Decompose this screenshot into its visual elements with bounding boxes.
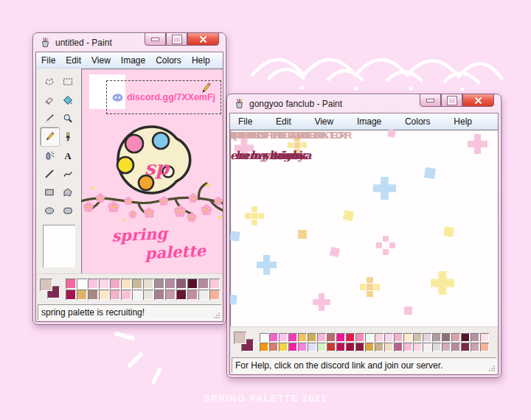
color-swatch[interactable]	[66, 279, 76, 289]
color-swatch[interactable]	[336, 343, 345, 351]
color-swatch[interactable]	[88, 279, 98, 289]
resize-grip[interactable]	[213, 312, 221, 319]
resize-grip[interactable]	[488, 365, 496, 372]
color-swatch[interactable]	[176, 279, 187, 289]
color-swatch[interactable]	[384, 333, 393, 342]
color-swatch[interactable]	[279, 333, 288, 342]
color-swatch[interactable]	[480, 343, 489, 351]
color-swatch[interactable]	[143, 290, 153, 300]
color-swatch[interactable]	[77, 290, 87, 300]
menu-item-edit[interactable]: Edit	[60, 55, 86, 66]
color-swatch[interactable]	[451, 343, 460, 351]
menu-item-image[interactable]: Image	[352, 116, 386, 127]
color-swatch[interactable]	[442, 343, 451, 351]
tool-select[interactable]	[59, 72, 77, 91]
color-swatch[interactable]	[269, 333, 278, 342]
color-swatch[interactable]	[375, 333, 384, 342]
tool-rounded-rectangle[interactable]	[59, 201, 77, 220]
color-swatch[interactable]	[365, 333, 374, 342]
color-swatch[interactable]	[403, 343, 412, 351]
color-swatch[interactable]	[432, 333, 441, 342]
tool-fill[interactable]	[59, 91, 77, 109]
menu-item-file[interactable]: File	[233, 116, 257, 127]
paint-canvas[interactable]: discord.gg/7XXemFj	[81, 69, 223, 273]
color-swatch[interactable]	[403, 333, 412, 342]
color-swatch[interactable]	[471, 333, 479, 342]
color-swatch[interactable]	[413, 333, 422, 342]
color-swatch[interactable]	[451, 333, 460, 342]
color-swatch[interactable]	[442, 333, 451, 342]
menu-item-view[interactable]: View	[86, 55, 116, 66]
color-swatch[interactable]	[260, 343, 268, 351]
color-swatch[interactable]	[355, 333, 364, 342]
foreground-color[interactable]	[234, 332, 246, 344]
color-swatch[interactable]	[154, 290, 164, 300]
color-swatch[interactable]	[327, 333, 336, 342]
color-swatch[interactable]	[317, 333, 326, 342]
color-swatch[interactable]	[66, 290, 76, 300]
tool-ellipse[interactable]	[41, 201, 59, 220]
color-swatch[interactable]	[413, 343, 422, 351]
color-swatch[interactable]	[77, 279, 87, 289]
color-swatch[interactable]	[165, 279, 176, 289]
color-swatch[interactable]	[132, 290, 142, 300]
color-swatch[interactable]	[110, 279, 120, 289]
color-swatch[interactable]	[198, 279, 209, 289]
paint-canvas[interactable]: RAW PROVIDERyanaJP-EN TRANSLATORteruyaPR…	[230, 130, 498, 326]
color-swatch[interactable]	[187, 290, 198, 300]
color-swatch[interactable]	[132, 279, 142, 289]
menu-item-file[interactable]: File	[36, 55, 60, 66]
color-swatch[interactable]	[165, 290, 176, 300]
color-swatch[interactable]	[346, 333, 355, 342]
menu-item-help[interactable]: Help	[187, 55, 215, 66]
color-swatch[interactable]	[336, 333, 345, 342]
color-swatch[interactable]	[121, 290, 131, 300]
selection-box[interactable]: discord.gg/7XXemFj	[106, 80, 221, 114]
color-swatch[interactable]	[346, 343, 355, 351]
color-swatch[interactable]	[99, 279, 109, 289]
color-swatch[interactable]	[375, 343, 384, 351]
color-swatch[interactable]	[423, 333, 431, 342]
tool-polygon[interactable]	[59, 183, 77, 201]
tool-airbrush[interactable]	[41, 146, 59, 164]
tool-curve[interactable]	[59, 164, 77, 183]
color-swatch[interactable]	[143, 279, 153, 289]
close-button[interactable]	[187, 32, 219, 46]
menu-item-image[interactable]: Image	[116, 55, 150, 66]
color-swatch[interactable]	[394, 343, 403, 351]
maximize-button[interactable]	[441, 94, 462, 107]
color-swatch[interactable]	[365, 343, 374, 351]
color-swatch[interactable]	[423, 343, 431, 351]
foreground-color[interactable]	[40, 279, 52, 291]
close-button[interactable]	[462, 94, 494, 107]
color-swatch[interactable]	[298, 333, 307, 342]
color-swatch[interactable]	[187, 279, 198, 289]
color-swatch[interactable]	[176, 290, 187, 300]
tool-eyedropper[interactable]	[41, 109, 59, 127]
color-swatch[interactable]	[154, 279, 164, 289]
color-swatch[interactable]	[110, 290, 120, 300]
color-swatch[interactable]	[308, 333, 316, 342]
color-swatch[interactable]	[209, 279, 220, 289]
color-swatch[interactable]	[260, 333, 268, 342]
color-swatch[interactable]	[298, 343, 307, 351]
color-swatch[interactable]	[384, 343, 393, 351]
tool-rectangle[interactable]	[41, 183, 59, 201]
color-swatch[interactable]	[394, 333, 403, 342]
menu-item-colors[interactable]: Colors	[150, 55, 187, 66]
color-swatch[interactable]	[88, 290, 98, 300]
tool-text[interactable]: A	[59, 146, 77, 164]
tool-pencil[interactable]	[41, 127, 59, 146]
color-swatch[interactable]	[121, 279, 131, 289]
color-swatch[interactable]	[209, 290, 220, 300]
color-swatch[interactable]	[327, 343, 336, 351]
color-swatch[interactable]	[198, 290, 209, 300]
tool-magnifier[interactable]	[59, 109, 77, 127]
menu-item-edit[interactable]: Edit	[271, 116, 296, 127]
color-swatch[interactable]	[480, 333, 489, 342]
minimize-button[interactable]	[145, 32, 166, 46]
color-swatch[interactable]	[288, 333, 297, 342]
color-swatch[interactable]	[288, 343, 297, 351]
tool-free-form-select[interactable]	[41, 72, 59, 91]
color-swatch[interactable]	[279, 343, 288, 351]
